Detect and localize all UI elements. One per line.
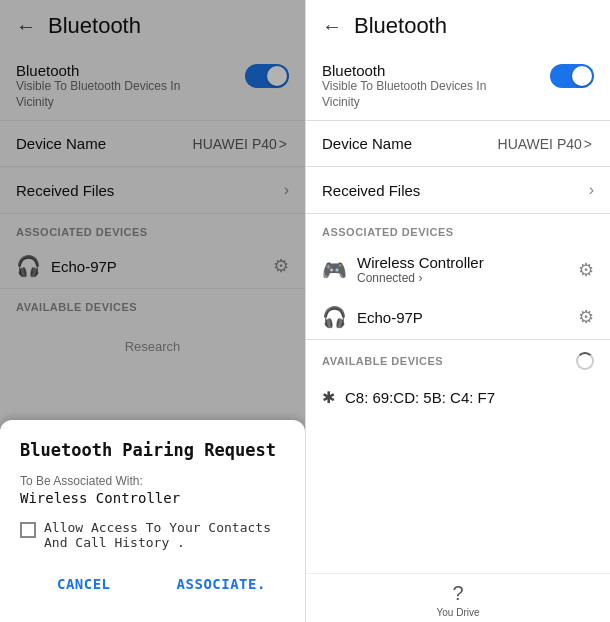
right-bluetooth-sublabel: Visible To Bluetooth Devices In Vicinity [322,79,522,110]
right-device-left-controller: 🎮 Wireless Controller Connected › [322,254,484,285]
left-dialog: Bluetooth Pairing Request To Be Associat… [0,420,305,622]
left-dialog-title: Bluetooth Pairing Request [20,440,285,460]
right-available-device-item[interactable]: ✱ C8: 69:CD: 5B: C4: F7 [306,376,610,419]
right-device-info-controller: Wireless Controller Connected › [357,254,484,285]
right-received-files-item[interactable]: Received Files › [306,167,610,213]
right-device-name-text: HUAWEI P40 [498,136,582,152]
left-checkbox-label: Allow Access To Your Contacts And Call H… [44,520,285,550]
right-device-name-label: Device Name [322,135,412,152]
right-associated-device-controller: 🎮 Wireless Controller Connected › ⚙ [306,244,610,295]
right-device-left-echo: 🎧 Echo-97P [322,305,423,329]
right-available-section: AVAILABLE DEVICES [306,340,610,376]
right-back-button[interactable]: ← [322,15,342,38]
left-dialog-buttons: CANCEL ASSOCIATE. [20,566,285,602]
right-gear-icon-controller[interactable]: ⚙ [578,259,594,281]
right-associated-section-label: ASSOCIATED DEVICES [306,214,610,244]
right-bluetooth-text: Bluetooth Visible To Bluetooth Devices I… [322,62,522,110]
right-bluetooth-label: Bluetooth [322,62,522,79]
right-associated-device-echo: 🎧 Echo-97P ⚙ [306,295,610,339]
right-available-label: AVAILABLE DEVICES [322,355,443,367]
right-received-files-label: Received Files [322,182,420,199]
right-nav-question-icon: ? [452,582,463,605]
right-header: ← Bluetooth [306,0,610,52]
right-gamepad-icon: 🎮 [322,258,347,282]
left-dialog-overlay: Bluetooth Pairing Request To Be Associat… [0,0,305,622]
right-device-name-controller: Wireless Controller [357,254,484,271]
right-gear-icon-echo[interactable]: ⚙ [578,306,594,328]
right-page-title: Bluetooth [354,13,447,39]
right-received-files-arrow: › [589,181,594,199]
left-dialog-device: Wireless Controller [20,490,285,506]
right-bluetooth-toggle[interactable] [550,64,594,88]
left-panel: ← Bluetooth Bluetooth Visible To Bluetoo… [0,0,305,622]
right-device-name-value: HUAWEI P40 > [498,136,594,152]
right-bluetooth-icon: ✱ [322,388,335,407]
right-nav-you-drive[interactable]: ? You Drive [437,582,480,618]
right-bluetooth-toggle-row: Bluetooth Visible To Bluetooth Devices I… [306,52,610,120]
right-device-name-row[interactable]: Device Name HUAWEI P40 > [306,121,610,166]
left-cancel-button[interactable]: CANCEL [20,566,148,602]
left-associate-button[interactable]: ASSOCIATE. [158,566,286,602]
left-dialog-subtitle: To Be Associated With: [20,474,285,488]
right-device-name-echo: Echo-97P [357,309,423,326]
right-bottom-nav: ? You Drive [306,573,610,622]
right-device-status-controller: Connected › [357,271,484,285]
right-nav-label: You Drive [437,607,480,618]
right-avail-device-name: C8: 69:CD: 5B: C4: F7 [345,389,495,406]
left-checkbox-row: Allow Access To Your Contacts And Call H… [20,520,285,550]
left-access-checkbox[interactable] [20,522,36,538]
right-loading-spinner [576,352,594,370]
right-headphone-icon: 🎧 [322,305,347,329]
right-device-info-echo: Echo-97P [357,309,423,326]
right-panel: ← Bluetooth Bluetooth Visible To Bluetoo… [305,0,610,622]
right-device-name-arrow: > [584,136,592,152]
